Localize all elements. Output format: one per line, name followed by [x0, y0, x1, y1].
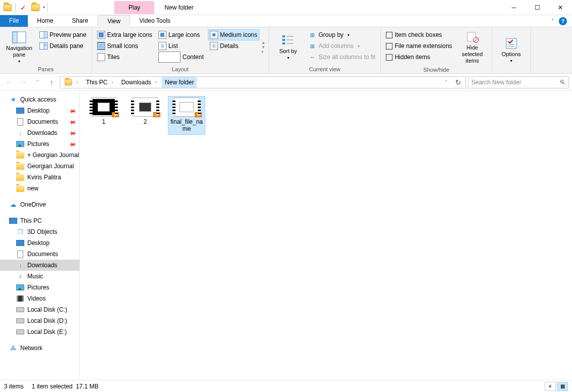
tree-local-disk-c[interactable]: Local Disk (C:) — [0, 304, 79, 315]
qat-new-folder-icon[interactable] — [30, 2, 41, 13]
tree-desktop-pc[interactable]: Desktop — [0, 237, 79, 249]
tree-videos[interactable]: Videos — [0, 293, 79, 304]
tree-3d-objects[interactable]: ❒3D Objects — [0, 226, 79, 237]
qat-properties-icon[interactable]: ✓ — [18, 2, 29, 13]
tab-view[interactable]: View — [98, 15, 130, 27]
search-input[interactable]: Search New folder 🔍︎ — [468, 76, 569, 88]
layout-tiles[interactable]: Tiles — [95, 52, 154, 63]
tab-video-tools[interactable]: Video Tools — [130, 15, 180, 27]
layout-scroll-down-icon[interactable]: ▼ — [261, 45, 266, 50]
pin-icon: 📌 — [68, 140, 76, 148]
minimize-button[interactable]: ─ — [502, 0, 525, 15]
svg-rect-3 — [44, 32, 48, 38]
tree-downloads-pc[interactable]: ↓Downloads — [0, 260, 79, 271]
file-item-final[interactable]: ▶ final_file_name — [168, 96, 205, 135]
layout-extra-large-icons[interactable]: Extra large icons — [95, 29, 154, 40]
hidden-items-toggle[interactable]: Hidden items — [384, 52, 454, 63]
show-hide-group-label: Show/hide — [384, 66, 488, 73]
tree-georgian-journal[interactable]: Georgian Journal — [0, 161, 79, 172]
refresh-icon[interactable]: ↻ — [452, 76, 464, 88]
tree-documents[interactable]: Documents📌 — [0, 116, 79, 127]
preview-pane-button[interactable]: Preview pane — [37, 29, 89, 40]
options-button[interactable]: Options▾ — [495, 29, 527, 71]
recent-locations-icon[interactable]: ˅ — [31, 76, 43, 88]
maximize-button[interactable]: ☐ — [525, 0, 549, 15]
tree-pictures[interactable]: Pictures📌 — [0, 138, 79, 150]
tree-network[interactable]: 🖧Network — [0, 342, 79, 354]
tab-home[interactable]: Home — [28, 15, 63, 27]
breadcrumb-this-pc[interactable]: This PC› — [83, 77, 118, 88]
add-columns-button[interactable]: ⊞Add columns▾ — [306, 40, 378, 52]
video-thumbnail-icon: ▶ — [174, 98, 199, 116]
tree-pictures-pc[interactable]: Pictures — [0, 282, 79, 293]
video-thumbnail-icon: ▶ — [133, 98, 157, 116]
file-item-1[interactable]: ▶ 1 — [85, 96, 122, 135]
size-columns-button[interactable]: ↔Size all columns to fit — [306, 52, 378, 63]
address-history-icon[interactable]: ˅ — [440, 76, 452, 88]
tree-desktop[interactable]: Desktop📌 — [0, 105, 79, 116]
close-button[interactable]: ✕ — [549, 0, 572, 15]
panes-group-label: Panes — [3, 65, 89, 72]
layout-list[interactable]: List — [156, 40, 206, 52]
layout-small-icons[interactable]: Small icons — [95, 40, 154, 52]
file-name-extensions-toggle[interactable]: File name extensions — [384, 40, 454, 52]
layout-large-icons[interactable]: Large icons — [156, 29, 206, 40]
tree-documents-pc[interactable]: Documents — [0, 249, 79, 260]
tree-this-pc[interactable]: This PC — [0, 215, 79, 226]
view-icons-toggle[interactable]: ▦ — [557, 382, 568, 391]
hide-selected-items-button[interactable]: Hide selected items — [456, 29, 489, 66]
qat-dropdown-icon[interactable]: ▾ — [43, 5, 45, 10]
tree-local-disk-e[interactable]: Local Disk (E:) — [0, 326, 79, 337]
address-bar[interactable]: › This PC› Downloads› New folder ˅ ↻ — [60, 76, 466, 88]
ribbon-group-options: Options▾ — [492, 27, 531, 73]
file-label: final_file_name — [170, 118, 203, 133]
navigation-pane-button[interactable]: Navigation pane▾ — [3, 29, 35, 65]
sort-by-button[interactable]: Sort by▾ — [272, 29, 304, 65]
tree-music[interactable]: ♪Music — [0, 271, 79, 282]
current-view-group-label: Current view — [272, 65, 378, 72]
svg-rect-1 — [13, 32, 17, 43]
collapse-ribbon-icon[interactable]: ˄ — [551, 18, 554, 24]
app-icon[interactable] — [2, 2, 13, 13]
group-by-button[interactable]: ⊞Group by▾ — [306, 29, 378, 40]
layout-scroll-up-icon[interactable]: ▲ — [261, 40, 266, 45]
video-thumbnail-icon: ▶ — [92, 98, 116, 116]
file-list[interactable]: ▶ 1 ▶ 2 ▶ final_file_name — [80, 91, 572, 380]
svg-rect-9 — [282, 39, 285, 41]
item-check-boxes-toggle[interactable]: Item check boxes — [384, 29, 454, 40]
breadcrumb-new-folder[interactable]: New folder — [162, 77, 197, 88]
pin-icon: 📌 — [68, 129, 76, 137]
tab-share[interactable]: Share — [63, 15, 98, 27]
svg-rect-10 — [282, 42, 285, 44]
ribbon-group-panes: Navigation pane▾ Preview pane Details pa… — [0, 27, 92, 73]
file-item-2[interactable]: ▶ 2 — [126, 96, 164, 135]
layout-details[interactable]: Details — [208, 40, 259, 52]
details-pane-button[interactable]: Details pane — [37, 40, 89, 52]
navigation-tree[interactable]: ★Quick access Desktop📌 Documents📌 ↓Downl… — [0, 91, 80, 380]
tab-file[interactable]: File — [0, 15, 28, 27]
tree-local-disk-d[interactable]: Local Disk (D:) — [0, 315, 79, 326]
layout-content[interactable]: Content — [156, 52, 206, 63]
tree-downloads-qa[interactable]: ↓Downloads📌 — [0, 127, 79, 138]
breadcrumb-root[interactable]: › — [61, 77, 83, 88]
body: ★Quick access Desktop📌 Documents📌 ↓Downl… — [0, 91, 572, 380]
search-icon: 🔍︎ — [559, 79, 565, 86]
help-icon[interactable]: ? — [559, 17, 567, 25]
forward-button[interactable]: → — [17, 76, 29, 88]
tree-quick-access[interactable]: ★Quick access — [0, 94, 79, 105]
back-button[interactable]: ← — [3, 76, 15, 88]
status-selection: 1 item selected 17.1 MB — [32, 383, 99, 390]
navigation-bar: ← → ˅ ↑ › This PC› Downloads› New folder… — [0, 74, 572, 91]
layout-more-icon[interactable]: ▾ — [261, 50, 266, 54]
up-button[interactable]: ↑ — [46, 76, 58, 88]
tree-georgian-journal-plus[interactable]: + Georgian Journal — [0, 150, 79, 161]
breadcrumb-downloads[interactable]: Downloads› — [118, 77, 162, 88]
view-details-toggle[interactable]: ≡ — [545, 382, 556, 391]
tree-onedrive[interactable]: ☁OneDrive — [0, 199, 79, 210]
tree-kviris-palitra[interactable]: Kviris Palitra — [0, 172, 79, 183]
layout-medium-icons[interactable]: Medium icons — [208, 29, 259, 40]
ribbon-group-current-view: Sort by▾ ⊞Group by▾ ⊞Add columns▾ ↔Size … — [269, 27, 381, 73]
context-tab-play[interactable]: Play — [114, 1, 154, 14]
file-label: 1 — [102, 118, 106, 125]
tree-new[interactable]: new — [0, 183, 79, 194]
